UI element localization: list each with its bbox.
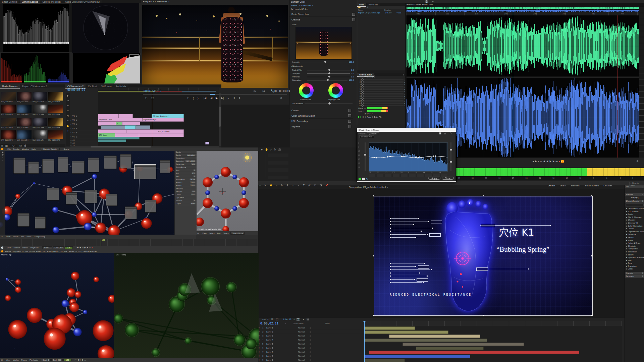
- menu-add[interactable]: Add: [217, 232, 221, 234]
- power-icon[interactable]: [361, 100, 364, 102]
- prop-value[interactable]: 0.00: [191, 193, 196, 195]
- media-item[interactable]: MVI_0201.MP4: [33, 130, 47, 142]
- effect-category[interactable]: ▸ Distort: [625, 227, 644, 230]
- effect-category[interactable]: ▸ Matte: [625, 239, 644, 242]
- end-frame-field[interactable]: End: 250: [51, 359, 63, 361]
- media-item[interactable]: MVI_0174.MP4: [17, 118, 32, 129]
- media-item[interactable]: MVI_0171.MP4: [1, 118, 16, 129]
- ae-timeline-timecode[interactable]: 0;00;02;11: [260, 322, 278, 325]
- media-item[interactable]: MVI_0117.MP4: [33, 92, 47, 104]
- effects-presets-header[interactable]: Effects & Presets≡: [625, 200, 644, 203]
- rack-slot[interactable]: 6▸: [358, 90, 405, 93]
- timeline-clip[interactable]: [119, 114, 133, 118]
- waveform-overview[interactable]: [407, 7, 639, 12]
- timeline-clip[interactable]: [98, 114, 119, 118]
- compositor-node[interactable]: [13, 158, 25, 174]
- delete-preset-icon[interactable]: 🗑: [444, 132, 446, 135]
- effect-category[interactable]: ▸ Noise & Grain: [625, 242, 644, 245]
- compositor-node[interactable]: [160, 160, 170, 173]
- prop-value[interactable]: 1: [193, 175, 196, 177]
- media-item[interactable]: MVI_0152.MP4: [33, 105, 47, 116]
- preset-select[interactable]: (Default): [367, 132, 379, 135]
- visibility-icon[interactable]: 👁: [258, 355, 262, 357]
- compositor-node[interactable]: [72, 161, 85, 174]
- import-file-icon[interactable]: 📂: [358, 6, 361, 9]
- checkbox-icon[interactable]: [348, 120, 351, 123]
- rack-slot[interactable]: 10▸: [358, 100, 405, 102]
- power-icon[interactable]: ⏻: [364, 107, 366, 110]
- effect-category[interactable]: ▸ Blur & Sharpen: [625, 216, 644, 219]
- compositor-node[interactable]: [104, 156, 117, 169]
- fast-forward-icon[interactable]: ▶▶: [549, 160, 556, 163]
- prop-value[interactable]: 8: [193, 199, 196, 201]
- parent-pickwhip-icon[interactable]: @: [310, 359, 311, 361]
- tint-balance-slider[interactable]: Tint Balance: [292, 103, 354, 105]
- track-lock-icon[interactable]: ●: [70, 119, 71, 121]
- prop-value[interactable]: 24 fps: [190, 178, 196, 180]
- power-icon[interactable]: [361, 97, 364, 100]
- character-panel-header[interactable]: Character≡: [625, 272, 644, 275]
- section-creative[interactable]: Creative: [289, 17, 357, 22]
- close-icon[interactable]: ✕: [386, 186, 388, 188]
- phaser-view-tab[interactable]: Spectrum View: [357, 136, 456, 138]
- menu-file[interactable]: File: [7, 148, 11, 150]
- slider-value[interactable]: 0.0: [351, 69, 354, 71]
- timeline-clip[interactable]: [160, 133, 184, 137]
- lumetri-section[interactable]: Vignette: [289, 124, 353, 129]
- channels-icon[interactable]: ◑: [302, 318, 304, 321]
- ae-layer-row[interactable]: 👁5Layer 5Normal@: [258, 342, 364, 346]
- property-row[interactable]: Bounces8: [175, 199, 197, 202]
- ae-layer-row[interactable]: 👁9Layer 9Normal@: [258, 358, 364, 362]
- menu-marker[interactable]: Marker: [13, 247, 20, 249]
- media-thumbnail[interactable]: [17, 130, 32, 139]
- layer-name[interactable]: Layer 1: [266, 327, 298, 329]
- timeline-clip[interactable]: 4K_Light_Leaks.mp4: [152, 114, 184, 118]
- workspace-tab[interactable]: Standard: [571, 184, 580, 187]
- media-thumbnail[interactable]: [33, 92, 47, 101]
- eraser-tool-icon[interactable]: ◪: [320, 184, 322, 187]
- video-track-header[interactable]: ●V5▣: [70, 118, 97, 122]
- lumetri-slider[interactable]: Vibrance0.0: [292, 75, 354, 78]
- timeline-clip[interactable]: [136, 125, 150, 129]
- compositor-node[interactable]: [125, 206, 137, 219]
- visibility-icon[interactable]: 👁: [258, 351, 262, 353]
- timeline-clip[interactable]: [98, 139, 126, 142]
- rack-slot[interactable]: 8▸: [358, 95, 405, 97]
- menu-window[interactable]: Window: [22, 148, 29, 150]
- look-next-arrow-icon[interactable]: ›: [350, 41, 351, 45]
- program-timecode[interactable]: 00:01:48:19: [144, 90, 161, 93]
- slider-value[interactable]: 100.0: [349, 79, 354, 81]
- blender-timeline-strip[interactable]: 135: [0, 239, 258, 246]
- rotate-tool-icon[interactable]: ↻: [274, 148, 276, 152]
- step-back-icon[interactable]: ◀: [210, 97, 212, 100]
- jump-start-icon[interactable]: ⏮: [74, 359, 77, 361]
- ae-layer-bar[interactable]: [364, 330, 448, 334]
- timeline-clip[interactable]: [126, 129, 158, 133]
- layer-name[interactable]: Layer 5: [266, 343, 298, 345]
- search-help-box[interactable]: ⌕ Search Help: [629, 182, 644, 187]
- search-icon[interactable]: ⌕: [285, 322, 286, 325]
- timeline-clip[interactable]: Adjustment Layer: [98, 118, 143, 122]
- prop-value[interactable]: 1.000: [190, 181, 196, 183]
- track-select-tool-icon[interactable]: ⇥: [66, 98, 70, 103]
- graphic-phaser-window[interactable]: Effect - Graphic Phaser Presets: (Defaul…: [357, 128, 456, 182]
- media-item[interactable]: MVI_0180.MP4: [33, 118, 47, 129]
- effect-category[interactable]: ▸ Audio: [625, 213, 644, 216]
- track-lock-icon[interactable]: ●: [70, 127, 71, 129]
- property-row[interactable]: Dimensions: [175, 157, 197, 160]
- rack-slot[interactable]: 2▸: [358, 81, 405, 83]
- chevron-down-icon[interactable]: ▾: [267, 318, 269, 321]
- type-tool-icon[interactable]: T: [303, 184, 305, 187]
- new-bin-icon[interactable]: 🗀: [19, 144, 22, 147]
- track-lock-icon[interactable]: ●: [70, 136, 71, 137]
- mark-in-icon[interactable]: {: [193, 97, 194, 100]
- editor-tab[interactable]: High On Life (4K Remix).mp3 *: [407, 3, 434, 5]
- engine-select[interactable]: Blender Render: [41, 148, 60, 150]
- shadow-tint-wheel[interactable]: [299, 83, 314, 98]
- ae-layer-bar[interactable]: [364, 359, 405, 362]
- media-item[interactable]: MVI_0163.MP4: [48, 105, 63, 116]
- checkbox-icon[interactable]: [348, 125, 351, 128]
- extract-icon[interactable]: ⇟: [238, 97, 241, 100]
- video-track-header[interactable]: ●V3▣: [70, 126, 97, 130]
- slot-field[interactable]: [364, 88, 404, 90]
